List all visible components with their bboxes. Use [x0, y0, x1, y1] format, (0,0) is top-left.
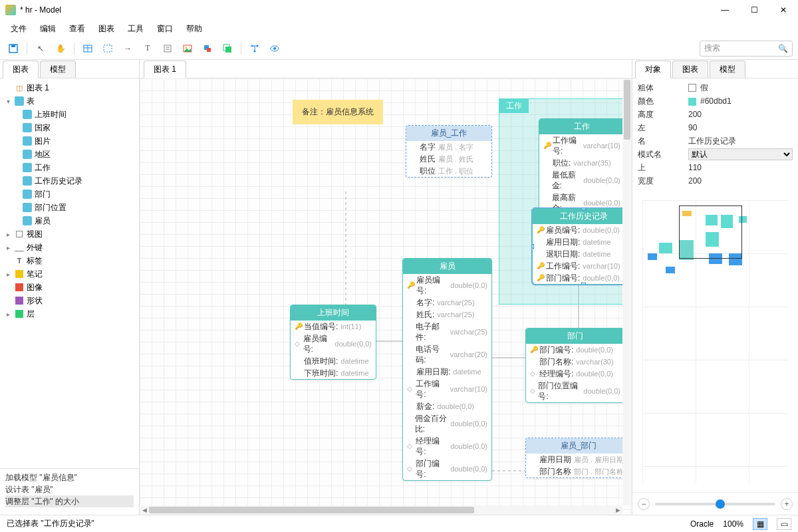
menu-diagram[interactable]: 图表	[93, 22, 120, 36]
minimize-button[interactable]: —	[716, 5, 734, 15]
entity-shift[interactable]: 上班时间🔑当值编号: int(11)◇雇员编号: double(0,0)值班时间…	[290, 305, 376, 380]
search-input[interactable]: 搜索🔍	[700, 41, 793, 57]
prop-row[interactable]: 名工作历史记录	[632, 134, 798, 148]
menu-help[interactable]: 帮助	[181, 22, 207, 36]
image-icon[interactable]	[180, 41, 196, 57]
history-item[interactable]: 设计表 "雇员"	[5, 483, 134, 495]
right-pane: 对象 图表 模型 粗体假颜色#60dbd1高度200左90名工作历史记录模式名默…	[632, 60, 798, 515]
prop-row[interactable]: 粗体假	[632, 81, 798, 94]
menu-tools[interactable]: 工具	[122, 22, 149, 36]
properties: 粗体假颜色#60dbd1高度200左90名工作历史记录模式名默认上110宽度20…	[632, 78, 798, 190]
maximize-button[interactable]: ☐	[745, 5, 763, 15]
menu-window[interactable]: 窗口	[152, 22, 178, 36]
object-tree[interactable]: ◫图表 1 ▾表 上班时间 国家 图片 地区 工作 工作历史记录 部门 部门位置…	[0, 78, 139, 468]
menu-edit[interactable]: 编辑	[35, 22, 61, 36]
menubar: 文件 编辑 查看 图表 工具 窗口 帮助	[0, 20, 798, 37]
tab-diagram-r[interactable]: 图表	[672, 61, 708, 78]
tree-tables[interactable]: ▾表	[0, 94, 139, 108]
search-icon: 🔍	[778, 44, 788, 53]
tree-view[interactable]: ▸视图	[0, 227, 139, 241]
shape-icon[interactable]	[200, 41, 215, 57]
entity-emp-work[interactable]: 雇员_工作名字 雇员 . 名字姓氏 雇员 . 姓氏职位 工作 . 职位	[406, 125, 492, 178]
layer-icon[interactable]	[219, 41, 235, 57]
tree-table-item[interactable]: 工作	[0, 161, 139, 174]
hand-icon[interactable]: ✋	[53, 41, 68, 57]
zoom-bar: − +	[632, 492, 798, 515]
canvas[interactable]: 工作 备注：雇员信息系统 雇员_工作名字 雇员 . 名字姓氏 雇员 . 姓氏职位…	[140, 78, 632, 515]
preview-icon[interactable]	[267, 41, 283, 57]
prop-row[interactable]: 颜色#60dbd1	[632, 94, 798, 108]
note[interactable]: 备注：雇员信息系统	[293, 100, 383, 124]
tree-table-item[interactable]: 国家	[0, 121, 139, 134]
tab-object[interactable]: 对象	[635, 61, 671, 78]
status-message: 已选择表 "工作历史记录"	[7, 518, 94, 529]
tree-table-item[interactable]: 图片	[0, 134, 139, 148]
menu-view[interactable]: 查看	[64, 22, 90, 36]
layer-title: 工作	[499, 99, 529, 113]
entity-emp-dept[interactable]: 雇员_部门雇用日期 雇员 . 雇用日期部门名称 部门 . 部门名称	[525, 438, 632, 478]
right-tabs: 对象 图表 模型	[632, 60, 798, 78]
svg-rect-14	[225, 47, 231, 53]
prop-row[interactable]: 上110	[632, 161, 798, 174]
history-item[interactable]: 调整层 "工作" 的大小	[5, 495, 134, 507]
tree-note[interactable]: ▸笔记	[0, 267, 139, 281]
left-tabs: 图表 模型	[0, 60, 139, 78]
tab-diagram[interactable]: 图表	[3, 61, 39, 78]
pointer-icon[interactable]: ↖	[33, 41, 49, 57]
scrollbar-horizontal[interactable]: ◀▶	[140, 505, 622, 515]
entity-work[interactable]: 工作🔑工作编号: varchar(10)职位: varchar(35)最低薪金:…	[539, 118, 625, 215]
tree-layer[interactable]: ▸层	[0, 307, 139, 321]
tree-table-item[interactable]: 地区	[0, 148, 139, 161]
menu-file[interactable]: 文件	[5, 22, 32, 36]
prop-row[interactable]: 高度200	[632, 108, 798, 121]
auto-layout-icon[interactable]	[247, 41, 263, 57]
entity-work-hist[interactable]: 工作历史记录🔑雇员编号: double(0,0)雇用日期: datetime退职…	[532, 208, 632, 285]
entity-emp[interactable]: 雇员🔑雇员编号: double(0,0)名字: varchar(25)姓氏: v…	[402, 258, 492, 481]
zoom-out-button[interactable]: −	[638, 498, 650, 510]
zoom-in-button[interactable]: +	[781, 498, 793, 510]
note-icon[interactable]	[160, 41, 176, 57]
table-icon[interactable]	[80, 41, 96, 57]
tree-diagram[interactable]: ◫图表 1	[0, 81, 139, 94]
prop-row[interactable]: 模式名默认	[632, 148, 798, 161]
svg-rect-1	[11, 45, 15, 47]
tree-table-item[interactable]: 上班时间	[0, 108, 139, 121]
titlebar: * hr - Model — ☐ ✕	[0, 0, 798, 20]
view-mode-simple-button[interactable]: ▭	[777, 518, 791, 530]
doc-tab[interactable]: 图表 1	[144, 61, 186, 78]
tab-model[interactable]: 模型	[40, 61, 76, 78]
svg-rect-5	[104, 45, 112, 52]
close-button[interactable]: ✕	[774, 5, 793, 15]
history-pane: 加载模型 "雇员信息" 设计表 "雇员" 调整层 "工作" 的大小	[0, 468, 139, 515]
left-pane: 图表 模型 ◫图表 1 ▾表 上班时间 国家 图片 地区 工作 工作历史记录 部…	[0, 60, 140, 515]
svg-point-19	[273, 47, 276, 50]
zoom-slider[interactable]	[655, 503, 775, 505]
entity-dept[interactable]: 部门🔑部门编号: double(0,0)部门名称: varchar(30)◇经理…	[525, 328, 625, 403]
prop-row[interactable]: 宽度200	[632, 174, 798, 188]
tree-fk[interactable]: ▸⎯⎯外键	[0, 241, 139, 254]
minimap[interactable]	[635, 193, 795, 489]
app-icon	[5, 5, 16, 15]
status-db: Oracle	[690, 519, 714, 529]
window-title: * hr - Model	[20, 5, 61, 15]
tree-table-item[interactable]: 工作历史记录	[0, 174, 139, 188]
search-placeholder: 搜索	[704, 43, 720, 54]
scrollbar-vertical[interactable]	[622, 78, 632, 505]
text-icon[interactable]: T	[140, 41, 156, 57]
prop-row[interactable]: 左90	[632, 121, 798, 134]
tree-table-item[interactable]: 部门位置	[0, 201, 139, 214]
tree-image[interactable]: 图像	[0, 281, 139, 294]
statusbar: 已选择表 "工作历史记录" Oracle 100% ▦ ▭	[0, 515, 798, 532]
tree-shape[interactable]: 形状	[0, 294, 139, 307]
view-mode-detail-button[interactable]: ▦	[753, 518, 767, 530]
tab-model-r[interactable]: 模型	[710, 61, 745, 78]
prop-select[interactable]: 默认	[688, 148, 793, 160]
view-icon[interactable]	[100, 41, 116, 57]
tree-table-item[interactable]: 部门	[0, 188, 139, 201]
relation-icon[interactable]: →	[120, 41, 136, 57]
status-zoom: 100%	[723, 519, 743, 529]
tree-table-item[interactable]: 雇员	[0, 214, 139, 227]
save-icon[interactable]	[5, 41, 21, 57]
tree-label[interactable]: T标签	[0, 254, 139, 267]
history-item[interactable]: 加载模型 "雇员信息"	[5, 471, 134, 483]
